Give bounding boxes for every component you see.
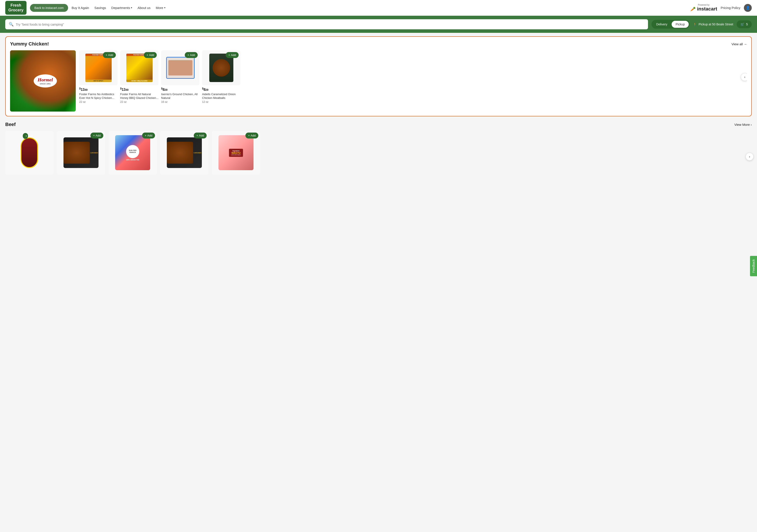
carrot-icon: 🥕: [690, 6, 696, 12]
chicken-section-header: Yummy Chicken! View all →: [10, 41, 747, 47]
nav-departments[interactable]: Departments ▾: [111, 6, 132, 10]
plus-icon: +: [187, 53, 189, 57]
search-icon: 🔍: [9, 22, 14, 27]
back-to-instacart-button[interactable]: Back to instacart.com: [30, 4, 68, 12]
beef-product-3-image: + Add SUN FEDRANCH 100% GRASS FED: [108, 131, 157, 175]
plus-icon: +: [93, 134, 95, 137]
chicken-product-2-add-button[interactable]: + Add: [144, 52, 157, 58]
beef-product-3: + Add SUN FEDRANCH 100% GRASS FED: [108, 131, 157, 176]
chicken-product-4-size: 12 oz: [202, 100, 240, 103]
beef-product-4-add-button[interactable]: + Add: [194, 132, 207, 138]
plus-icon: +: [197, 134, 198, 137]
main-content: Yummy Chicken! View all → Hormel SINCE 1…: [0, 33, 757, 185]
chicken-product-4-add-button[interactable]: + Add: [226, 52, 239, 58]
search-bar: 🔍 Delivery Pickup 🚶 Pickup at 50 Beale S…: [0, 16, 757, 33]
chicken-promo-image: Hormel SINCE 1891: [10, 50, 76, 112]
plus-icon: +: [228, 53, 230, 57]
view-all-link[interactable]: View all →: [732, 42, 747, 46]
cart-button[interactable]: 🛒 5: [737, 20, 752, 28]
chicken-product-3-add-button[interactable]: + Add: [185, 52, 198, 58]
chicken-carousel-next-button[interactable]: ›: [741, 73, 747, 81]
chicken-product-3-name: Isernio's Ground Chicken, All Natural: [161, 93, 199, 100]
chicken-product-1-add-button[interactable]: + Add: [103, 52, 116, 58]
beef-product-2-image: + Add CARANDO: [57, 131, 105, 175]
beef-product-1-image: + Add: [5, 131, 53, 175]
logo[interactable]: Fresh Grocery: [5, 1, 26, 14]
chicken-product-3-image: + Add: [161, 50, 199, 85]
beef-product-5-image: + Add Signature WAGYU GROUND BEEF: [212, 131, 260, 175]
nav-savings[interactable]: Savings: [94, 6, 106, 10]
beef-product-4: + Add CARANDO: [160, 131, 208, 176]
hormel-brand-name: Hormel: [38, 77, 53, 83]
beef-product-1: + Add: [5, 131, 53, 176]
arrow-right-icon: →: [743, 42, 747, 46]
beef-section-header: Beef View More ›: [5, 122, 752, 127]
search-input[interactable]: [16, 22, 645, 26]
beef-carousel-next-button[interactable]: ›: [745, 153, 753, 160]
nav-buy-again[interactable]: Buy It Again: [72, 6, 89, 10]
chicken-product-2-size: 22 oz: [120, 100, 159, 103]
beef-product-3-add-button[interactable]: + Add: [142, 132, 155, 138]
user-icon: 👤: [745, 6, 750, 10]
delivery-button[interactable]: Delivery: [652, 21, 671, 28]
nav-about-us[interactable]: About us: [137, 6, 150, 10]
plus-icon: +: [248, 134, 250, 137]
nav-links: Buy It Again Savings Departments ▾ About…: [72, 6, 687, 10]
search-container: 🔍: [5, 19, 648, 29]
arrow-right-icon: ›: [751, 123, 752, 126]
chicken-product-3: + Add $829 Isernio's Ground Chicken, All…: [161, 50, 199, 103]
instacart-logo: Powered by 🥕 instacart: [690, 4, 717, 12]
beef-products-container: + Add +: [5, 131, 752, 176]
beef-product-2: + Add CARANDO: [57, 131, 105, 176]
chicken-product-1-image: FOSTER FARMS HOT N SPICY + Add: [79, 50, 118, 85]
chicken-product-1-price: $1349: [79, 87, 118, 92]
chicken-product-4-name: Aidells Caramelized Onion Chicken Meatba…: [202, 93, 240, 100]
chicken-product-1-name: Foster Farms No Antibiotics Ever Hot N S…: [79, 93, 118, 100]
beef-view-more-link[interactable]: View More ›: [734, 123, 752, 126]
pricing-policy-link[interactable]: Pricing Policy: [721, 6, 741, 10]
plus-icon: +: [145, 134, 146, 137]
chicken-product-2-name: Foster Farms All Natural Honey BBQ Glaze…: [120, 93, 159, 100]
chicken-section-body: Hormel SINCE 1891 FOSTER FARMS HOT N SPI…: [10, 50, 747, 112]
pickup-location[interactable]: 🚶 Pickup at 50 Beale Street: [693, 22, 733, 26]
header: Fresh Grocery Back to instacart.com Buy …: [0, 0, 757, 16]
pickup-button[interactable]: Pickup: [672, 21, 689, 28]
chicken-products-row: FOSTER FARMS HOT N SPICY + Add $1349 Fos…: [79, 50, 747, 103]
chicken-product-2-image: FOSTER FARMS HONEY BBQ GLAZED + Add: [120, 50, 159, 85]
chicken-product-2-price: $1349: [120, 87, 159, 92]
beef-products-row: + Add +: [5, 131, 752, 176]
beef-section-title: Beef: [5, 122, 16, 127]
plus-icon: +: [106, 53, 107, 57]
plus-icon: +: [25, 134, 27, 138]
beef-product-2-add-button[interactable]: + Add: [90, 132, 103, 138]
beef-product-5-add-button[interactable]: + Add: [245, 132, 258, 138]
beef-product-5: + Add Signature WAGYU GROUND BEEF: [212, 131, 260, 176]
chicken-product-4-image: + Add: [202, 50, 240, 85]
chicken-product-2: FOSTER FARMS HONEY BBQ GLAZED + Add $134…: [120, 50, 159, 103]
delivery-pickup-toggle: Delivery Pickup: [651, 20, 690, 29]
beef-product-4-image: + Add CARANDO: [160, 131, 208, 175]
chicken-product-3-size: 16 oz: [161, 100, 199, 103]
departments-chevron-icon: ▾: [131, 6, 132, 9]
beef-product-1-add-button[interactable]: + Add: [23, 133, 28, 139]
plus-icon: +: [146, 53, 148, 57]
chicken-product-4-price: $829: [202, 87, 240, 92]
cart-icon: 🛒: [741, 22, 744, 26]
yummy-chicken-section: Yummy Chicken! View all → Hormel SINCE 1…: [5, 36, 752, 116]
chicken-product-4: + Add $829 Aidells Caramelized Onion Chi…: [202, 50, 240, 103]
chicken-section-title: Yummy Chicken!: [10, 41, 49, 47]
chicken-product-1: FOSTER FARMS HOT N SPICY + Add $1349 Fos…: [79, 50, 118, 103]
beef-section: Beef View More › + Add: [5, 122, 752, 176]
user-avatar[interactable]: 👤: [744, 4, 752, 12]
hormel-badge: Hormel SINCE 1891: [34, 74, 57, 88]
more-chevron-icon: ▾: [164, 6, 166, 9]
chicken-product-3-price: $829: [161, 87, 199, 92]
nav-more[interactable]: More ▾: [156, 6, 165, 10]
chicken-product-1-size: 22 oz: [79, 100, 118, 103]
person-icon: 🚶: [693, 22, 697, 26]
